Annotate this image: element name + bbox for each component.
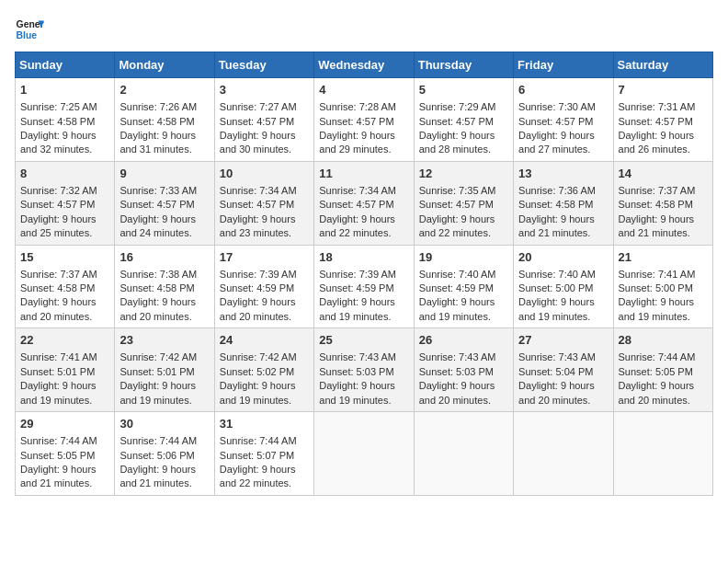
- daylight-label: Daylight: 9 hours and 21 minutes.: [518, 213, 595, 238]
- sunset-label: Sunset: 5:03 PM: [419, 366, 494, 377]
- daylight-label: Daylight: 9 hours and 31 minutes.: [119, 130, 196, 155]
- sunrise-label: Sunrise: 7:39 AM: [319, 269, 396, 280]
- sunrise-label: Sunrise: 7:41 AM: [20, 351, 97, 362]
- sunset-label: Sunset: 4:57 PM: [619, 116, 693, 127]
- col-header-tuesday: Tuesday: [214, 52, 313, 78]
- sunrise-label: Sunrise: 7:30 AM: [518, 101, 596, 112]
- sunset-label: Sunset: 5:02 PM: [220, 366, 294, 377]
- sunset-label: Sunset: 4:58 PM: [119, 282, 194, 293]
- daylight-label: Daylight: 9 hours and 20 minutes.: [419, 380, 495, 405]
- sunset-label: Sunset: 5:04 PM: [518, 366, 593, 377]
- calendar-cell: 4Sunrise: 7:28 AMSunset: 4:57 PMDaylight…: [314, 78, 414, 162]
- sunset-label: Sunset: 4:58 PM: [619, 199, 693, 210]
- day-number: 3: [220, 82, 309, 98]
- daylight-label: Daylight: 9 hours and 20 minutes.: [20, 296, 97, 321]
- sunset-label: Sunset: 4:57 PM: [20, 199, 95, 210]
- day-number: 7: [619, 82, 708, 98]
- daylight-label: Daylight: 9 hours and 25 minutes.: [20, 213, 97, 238]
- daylight-label: Daylight: 9 hours and 19 minutes.: [319, 380, 395, 405]
- sunset-label: Sunset: 4:57 PM: [419, 116, 494, 127]
- calendar-cell: 27Sunrise: 7:43 AMSunset: 5:04 PMDayligh…: [514, 328, 613, 412]
- sunrise-label: Sunrise: 7:31 AM: [619, 101, 696, 112]
- calendar-cell: [414, 412, 513, 496]
- calendar-cell: 25Sunrise: 7:43 AMSunset: 5:03 PMDayligh…: [314, 328, 414, 412]
- sunset-label: Sunset: 5:06 PM: [119, 450, 194, 461]
- sunset-label: Sunset: 4:58 PM: [20, 282, 95, 293]
- calendar-cell: 14Sunrise: 7:37 AMSunset: 4:58 PMDayligh…: [613, 161, 712, 245]
- calendar-cell: 15Sunrise: 7:37 AMSunset: 4:58 PMDayligh…: [16, 245, 115, 328]
- sunset-label: Sunset: 5:07 PM: [220, 450, 294, 461]
- daylight-label: Daylight: 9 hours and 20 minutes.: [220, 296, 296, 321]
- calendar-cell: 23Sunrise: 7:42 AMSunset: 5:01 PMDayligh…: [115, 328, 214, 412]
- day-number: 1: [20, 82, 109, 98]
- sunset-label: Sunset: 4:59 PM: [319, 282, 393, 293]
- calendar-cell: 9Sunrise: 7:33 AMSunset: 4:57 PMDaylight…: [115, 161, 214, 245]
- calendar-cell: [514, 412, 613, 496]
- day-number: 18: [319, 249, 408, 266]
- logo: General Blue: [15, 15, 44, 44]
- day-number: 16: [119, 249, 209, 266]
- day-number: 15: [20, 249, 109, 266]
- sunrise-label: Sunrise: 7:40 AM: [518, 269, 596, 280]
- daylight-label: Daylight: 9 hours and 20 minutes.: [518, 380, 595, 405]
- sunrise-label: Sunrise: 7:43 AM: [518, 351, 596, 362]
- daylight-label: Daylight: 9 hours and 19 minutes.: [518, 296, 595, 321]
- day-number: 13: [518, 166, 608, 182]
- day-number: 8: [20, 166, 109, 182]
- day-number: 4: [319, 82, 408, 98]
- sunrise-label: Sunrise: 7:43 AM: [419, 351, 496, 362]
- calendar-cell: 6Sunrise: 7:30 AMSunset: 4:57 PMDaylight…: [514, 78, 613, 162]
- day-number: 21: [619, 249, 708, 266]
- sunrise-label: Sunrise: 7:34 AM: [220, 185, 297, 196]
- daylight-label: Daylight: 9 hours and 29 minutes.: [319, 130, 395, 155]
- sunset-label: Sunset: 4:59 PM: [220, 282, 294, 293]
- sunrise-label: Sunrise: 7:32 AM: [20, 185, 97, 196]
- sunrise-label: Sunrise: 7:36 AM: [518, 185, 596, 196]
- calendar-table: SundayMondayTuesdayWednesdayThursdayFrid…: [15, 52, 713, 496]
- daylight-label: Daylight: 9 hours and 20 minutes.: [119, 296, 196, 321]
- calendar-cell: 17Sunrise: 7:39 AMSunset: 4:59 PMDayligh…: [214, 245, 313, 328]
- daylight-label: Daylight: 9 hours and 19 minutes.: [220, 380, 296, 405]
- day-number: 2: [119, 82, 209, 98]
- sunrise-label: Sunrise: 7:40 AM: [419, 269, 496, 280]
- day-number: 6: [518, 82, 608, 98]
- daylight-label: Daylight: 9 hours and 21 minutes.: [119, 464, 196, 488]
- day-number: 23: [119, 332, 209, 349]
- sunrise-label: Sunrise: 7:29 AM: [419, 101, 496, 112]
- calendar-cell: 28Sunrise: 7:44 AMSunset: 5:05 PMDayligh…: [613, 328, 712, 412]
- day-number: 9: [119, 166, 209, 182]
- day-number: 30: [119, 416, 209, 432]
- sunrise-label: Sunrise: 7:26 AM: [119, 101, 197, 112]
- sunrise-label: Sunrise: 7:44 AM: [20, 435, 97, 446]
- daylight-label: Daylight: 9 hours and 20 minutes.: [619, 380, 695, 405]
- sunrise-label: Sunrise: 7:41 AM: [619, 269, 696, 280]
- day-number: 22: [20, 332, 109, 349]
- daylight-label: Daylight: 9 hours and 24 minutes.: [119, 213, 196, 238]
- day-number: 25: [319, 332, 408, 349]
- day-number: 5: [419, 82, 508, 98]
- day-number: 28: [619, 332, 708, 349]
- sunset-label: Sunset: 4:57 PM: [319, 116, 393, 127]
- calendar-cell: 1Sunrise: 7:25 AMSunset: 4:58 PMDaylight…: [16, 78, 115, 162]
- calendar-cell: 13Sunrise: 7:36 AMSunset: 4:58 PMDayligh…: [514, 161, 613, 245]
- calendar-cell: 19Sunrise: 7:40 AMSunset: 4:59 PMDayligh…: [414, 245, 513, 328]
- sunrise-label: Sunrise: 7:37 AM: [619, 185, 696, 196]
- calendar-cell: 12Sunrise: 7:35 AMSunset: 4:57 PMDayligh…: [414, 161, 513, 245]
- sunset-label: Sunset: 5:00 PM: [518, 282, 593, 293]
- day-number: 17: [220, 249, 309, 266]
- calendar-cell: [314, 412, 414, 496]
- day-number: 12: [419, 166, 508, 182]
- sunrise-label: Sunrise: 7:28 AM: [319, 101, 396, 112]
- daylight-label: Daylight: 9 hours and 27 minutes.: [518, 130, 595, 155]
- daylight-label: Daylight: 9 hours and 21 minutes.: [619, 213, 695, 238]
- calendar-cell: 24Sunrise: 7:42 AMSunset: 5:02 PMDayligh…: [214, 328, 313, 412]
- sunset-label: Sunset: 4:57 PM: [518, 116, 593, 127]
- sunrise-label: Sunrise: 7:42 AM: [119, 351, 197, 362]
- sunset-label: Sunset: 4:58 PM: [518, 199, 593, 210]
- daylight-label: Daylight: 9 hours and 19 minutes.: [619, 296, 695, 321]
- calendar-cell: 30Sunrise: 7:44 AMSunset: 5:06 PMDayligh…: [115, 412, 214, 496]
- sunrise-label: Sunrise: 7:34 AM: [319, 185, 396, 196]
- sunrise-label: Sunrise: 7:44 AM: [119, 435, 197, 446]
- col-header-monday: Monday: [115, 52, 214, 78]
- sunset-label: Sunset: 4:58 PM: [119, 116, 194, 127]
